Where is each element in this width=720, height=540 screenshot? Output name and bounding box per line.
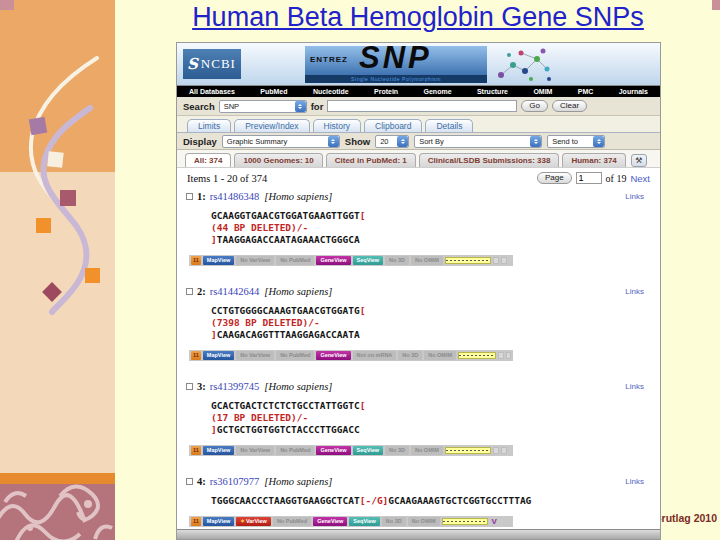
ncbi-logo[interactable]: S NCBI bbox=[183, 49, 241, 79]
filter-tab-all[interactable]: All: 374 bbox=[185, 153, 231, 167]
mapview-button[interactable]: MapView bbox=[203, 256, 234, 265]
track-end-square bbox=[501, 447, 507, 454]
select-stepper-icon bbox=[397, 136, 408, 147]
ncbi-banner: S NCBI ENTREZ SNP Single Nucleotide Poly… bbox=[177, 43, 660, 86]
search-input[interactable] bbox=[327, 100, 517, 112]
tab-history[interactable]: History bbox=[313, 119, 361, 132]
rsid-link[interactable]: rs41442644 bbox=[210, 286, 260, 297]
sidebar-orange-stripe bbox=[0, 473, 115, 484]
geneview-button[interactable]: GeneView bbox=[316, 351, 350, 360]
nav-item-nucleotide[interactable]: Nucleotide bbox=[313, 88, 349, 95]
nav-item-structure[interactable]: Structure bbox=[477, 88, 508, 95]
varview-button[interactable]: ✶VarView bbox=[236, 517, 271, 526]
mapview-button[interactable]: MapView bbox=[203, 351, 234, 360]
track-end-square bbox=[501, 257, 507, 264]
links-link[interactable]: Links bbox=[625, 382, 644, 391]
snp-wordmark: SNP bbox=[359, 46, 432, 76]
tab-preview-index[interactable]: Preview/Index bbox=[234, 119, 309, 132]
mapview-button[interactable]: MapView bbox=[203, 446, 234, 455]
links-link[interactable]: Links bbox=[625, 477, 644, 486]
heterozygosity-bar bbox=[458, 352, 496, 359]
sequence-block: GCAAGGTGAACGTGGATGAAGTTGGT[ (44 BP DELET… bbox=[211, 210, 660, 246]
no-pubmed-button: No PubMed bbox=[273, 517, 311, 526]
no-3d-button: No 3D bbox=[385, 256, 409, 265]
page-button[interactable]: Page bbox=[537, 172, 572, 184]
corner-pattern-left bbox=[0, 0, 14, 10]
geneview-button[interactable]: GeneView bbox=[313, 517, 347, 526]
browser-window: S NCBI ENTREZ SNP Single Nucleotide Poly… bbox=[176, 42, 661, 540]
page-number-input[interactable] bbox=[576, 172, 602, 184]
entry-checkbox[interactable] bbox=[186, 478, 193, 485]
no-omim-button: No OMIM bbox=[411, 256, 443, 265]
show-label: Show bbox=[345, 136, 370, 147]
species-label: [Homo sapiens] bbox=[264, 476, 332, 487]
rsid-link[interactable]: rs41399745 bbox=[210, 381, 260, 392]
filter-tab-clinical-lsdb[interactable]: Clinical/LSDB Submissions: 338 bbox=[419, 153, 560, 167]
links-link[interactable]: Links bbox=[625, 192, 644, 201]
chromosome-badge: 11 bbox=[191, 351, 201, 360]
display-bar: Display Graphic Summary Show 20 Sort By … bbox=[177, 133, 660, 150]
heterozygosity-bar bbox=[442, 518, 488, 525]
entry-checkbox[interactable] bbox=[186, 288, 193, 295]
nav-item-journals[interactable]: Journals bbox=[619, 88, 648, 95]
entry-checkbox[interactable] bbox=[186, 193, 193, 200]
geneview-button[interactable]: GeneView bbox=[316, 446, 350, 455]
credit-text: Brutlag 2010 bbox=[654, 512, 717, 524]
top-nav-bar: All Databases PubMed Nucleotide Protein … bbox=[177, 86, 660, 97]
display-mode-select[interactable]: Graphic Summary bbox=[222, 135, 340, 148]
seqview-button[interactable]: SeqView bbox=[353, 256, 384, 265]
snp-entry: 1: rs41486348 [Homo sapiens] Links GCAAG… bbox=[177, 188, 660, 266]
feature-tabs: Limits Preview/Index History Clipboard D… bbox=[177, 116, 660, 133]
tab-limits[interactable]: Limits bbox=[187, 119, 231, 132]
nav-item-pubmed[interactable]: PubMed bbox=[260, 88, 287, 95]
no-varview-button: No VarView bbox=[236, 351, 274, 360]
for-label: for bbox=[311, 101, 324, 112]
heterozygosity-bar bbox=[445, 447, 491, 454]
star-icon: ✶ bbox=[240, 518, 245, 524]
sort-by-select[interactable]: Sort By bbox=[414, 135, 542, 148]
nav-item-genome[interactable]: Genome bbox=[424, 88, 452, 95]
search-label: Search bbox=[183, 101, 215, 112]
not-on-mrna-button: Not on mRNA bbox=[353, 351, 397, 360]
nav-item-all-databases[interactable]: All Databases bbox=[189, 88, 235, 95]
mapview-button[interactable]: MapView bbox=[203, 517, 234, 526]
entry-checkbox[interactable] bbox=[186, 383, 193, 390]
decorative-sidebar bbox=[0, 0, 115, 540]
track-bar: 11 MapView No VarView No PubMed GeneView… bbox=[189, 445, 513, 456]
filter-tab-human[interactable]: Human: 374 bbox=[562, 153, 625, 167]
select-stepper-icon bbox=[295, 101, 306, 112]
track-end-square bbox=[493, 447, 499, 454]
filter-tabs: All: 374 1000 Genomes: 10 Cited in PubMe… bbox=[177, 150, 660, 168]
seqview-button[interactable]: SeqView bbox=[349, 517, 380, 526]
rsid-link[interactable]: rs41486348 bbox=[210, 191, 260, 202]
links-link[interactable]: Links bbox=[625, 287, 644, 296]
paisley-pattern bbox=[0, 484, 115, 540]
clear-button[interactable]: Clear bbox=[552, 100, 587, 112]
filter-tab-cited-pubmed[interactable]: Cited in PubMed: 1 bbox=[326, 153, 416, 167]
chromosome-badge: 11 bbox=[191, 446, 201, 455]
database-select[interactable]: SNP bbox=[219, 100, 307, 113]
snp-entry: 3: rs41399745 [Homo sapiens] Links GCACT… bbox=[177, 378, 660, 456]
no-omim-button: No OMIM bbox=[408, 517, 440, 526]
select-stepper-icon bbox=[593, 136, 604, 147]
next-page-link[interactable]: Next bbox=[630, 173, 650, 184]
window-bottom-scrollbar[interactable] bbox=[177, 529, 660, 539]
dna-strand-art bbox=[0, 40, 115, 340]
chromosome-badge: 11 bbox=[191, 517, 201, 526]
seqview-button[interactable]: SeqView bbox=[353, 446, 384, 455]
go-button[interactable]: Go bbox=[521, 100, 548, 112]
tab-details[interactable]: Details bbox=[425, 119, 473, 132]
show-count-select[interactable]: 20 bbox=[375, 135, 409, 148]
entry-number: 3: bbox=[197, 381, 206, 392]
rsid-link[interactable]: rs36107977 bbox=[210, 476, 260, 487]
sequence-block: CCTGTGGGGCAAAGTGAACGTGGATG[ (7398 BP DEL… bbox=[211, 305, 660, 341]
geneview-button[interactable]: GeneView bbox=[316, 256, 350, 265]
filter-config-wrench-icon[interactable]: ⚒ bbox=[631, 154, 647, 167]
filter-tab-1000-genomes[interactable]: 1000 Genomes: 10 bbox=[234, 153, 322, 167]
nav-item-pmc[interactable]: PMC bbox=[578, 88, 594, 95]
no-omim-button: No OMIM bbox=[411, 446, 443, 455]
tab-clipboard[interactable]: Clipboard bbox=[364, 119, 422, 132]
nav-item-omim[interactable]: OMIM bbox=[533, 88, 552, 95]
nav-item-protein[interactable]: Protein bbox=[374, 88, 398, 95]
send-to-select[interactable]: Send to bbox=[547, 135, 605, 148]
